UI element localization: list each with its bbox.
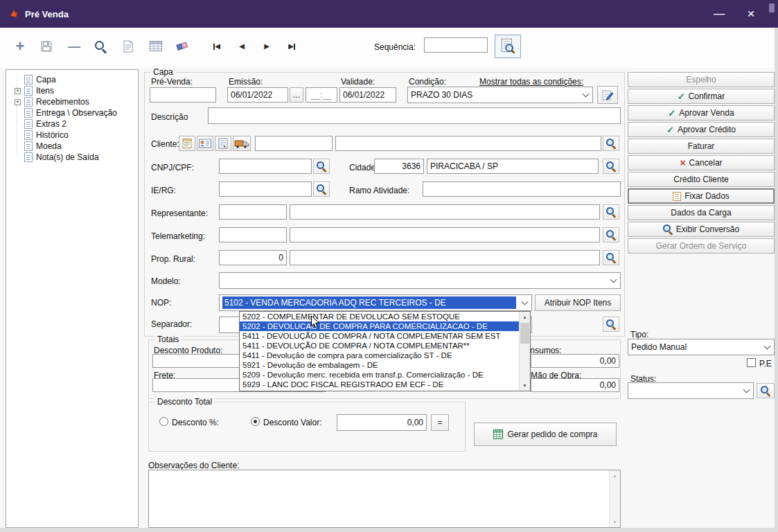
cnpj-cpf-input[interactable] xyxy=(219,159,312,174)
cancelar-button[interactable]: × Cancelar xyxy=(628,155,775,170)
expand-icon[interactable]: + xyxy=(15,99,21,105)
mao-de-obra-input[interactable] xyxy=(531,378,619,392)
aprovar-venda-button[interactable]: ✓ Aprovar Venda xyxy=(628,105,775,121)
nav-previous-button[interactable]: ◀ xyxy=(231,36,252,57)
prop-rural-search-button[interactable] xyxy=(603,250,619,265)
representante-name-input[interactable] xyxy=(290,204,600,220)
cliente-name-input[interactable] xyxy=(335,136,601,151)
save-button[interactable] xyxy=(36,36,57,57)
nav-next-button[interactable]: ▶ xyxy=(256,36,277,57)
emissao-input[interactable] xyxy=(227,87,288,103)
scrollbar-thumb[interactable] xyxy=(520,323,529,344)
observacoes-scrollbar[interactable]: ▲ ▼ xyxy=(609,470,620,527)
scroll-down-icon[interactable]: ▼ xyxy=(610,517,620,527)
cliente-code-input[interactable] xyxy=(255,136,333,151)
expand-icon[interactable]: + xyxy=(15,88,21,94)
cidade-code-input[interactable] xyxy=(374,159,424,174)
desconto-percent-radio[interactable] xyxy=(159,417,168,426)
aprovar-credito-button[interactable]: ✓ Aprovar Crédito xyxy=(628,122,775,137)
sidebar-item-capa[interactable]: Capa xyxy=(13,74,56,85)
insumos-input[interactable] xyxy=(531,354,619,368)
sidebar-item-moeda[interactable]: Moeda xyxy=(13,141,62,152)
new-record-button[interactable]: + xyxy=(10,36,30,57)
confirmar-button[interactable]: ✓ Confirmar xyxy=(628,89,775,104)
cnpj-search-button[interactable] xyxy=(313,159,330,174)
prop-rural-code-input[interactable] xyxy=(219,250,287,265)
credito-cliente-button[interactable]: Crédito Cliente xyxy=(628,172,775,187)
sidebar-item-notas-de-saida[interactable]: Nota(s) de Saída xyxy=(13,152,99,163)
dropdown-scrollbar[interactable]: ▲ ▼ xyxy=(519,312,530,391)
condicao-combobox[interactable]: PRAZO 30 DIAS xyxy=(407,87,593,103)
nop-dropdown-item[interactable]: 5411 - DEVOLUÇÃO DE COMPRA / NOTA COMPLE… xyxy=(240,341,519,351)
faturar-button[interactable]: Faturar xyxy=(628,139,775,154)
desconto-valor-input[interactable] xyxy=(337,414,427,431)
tipo-combobox[interactable]: Pedido Manual xyxy=(628,339,775,355)
modelo-combobox[interactable] xyxy=(219,272,621,289)
scroll-down-icon[interactable]: ▼ xyxy=(520,380,530,391)
espelho-button[interactable]: Espelho xyxy=(628,72,775,87)
nav-first-button[interactable]: ◀ xyxy=(206,36,227,57)
edit-condicao-button[interactable] xyxy=(597,86,618,104)
minimize-button[interactable]: — xyxy=(704,0,734,28)
advanced-search-button[interactable] xyxy=(495,35,521,58)
ramo-atividade-input[interactable] xyxy=(423,181,621,197)
sequencia-input[interactable] xyxy=(424,37,488,53)
chevron-down-icon[interactable] xyxy=(579,87,592,103)
status-search-button[interactable] xyxy=(757,383,775,398)
cliente-delivery-button[interactable] xyxy=(233,136,251,151)
representante-code-input[interactable] xyxy=(219,204,287,220)
chevron-down-icon[interactable] xyxy=(607,273,620,288)
nop-combobox[interactable]: 5102 - VENDA MERCADORIA ADQ REC TERCEIRO… xyxy=(219,294,532,311)
nop-dropdown-item[interactable]: 5202 - DEVOLUCAO DE COMPRA PARA COMERCIA… xyxy=(240,321,519,331)
chevron-down-icon[interactable] xyxy=(518,295,531,310)
calculate-equals-button[interactable]: = xyxy=(431,414,449,431)
grid-view-button[interactable] xyxy=(145,36,166,57)
validade-input[interactable] xyxy=(339,87,396,103)
close-button[interactable]: × xyxy=(736,0,766,28)
cliente-properties-button[interactable] xyxy=(215,136,231,151)
observacoes-textarea[interactable] xyxy=(148,470,621,528)
ie-search-button[interactable] xyxy=(313,181,330,197)
nop-dropdown-item[interactable]: 5921 - Devolução de embalagem - DE xyxy=(240,360,519,370)
separador-search-button[interactable] xyxy=(603,317,619,332)
atribuir-nop-itens-button[interactable]: Atribuir NOP Itens xyxy=(535,294,621,311)
scroll-up-icon[interactable]: ▲ xyxy=(610,470,620,481)
scroll-up-icon[interactable]: ▲ xyxy=(520,312,530,322)
sidebar-item-extras-2[interactable]: Extras 2 xyxy=(13,118,67,130)
telemarketing-name-input[interactable] xyxy=(290,227,600,242)
sidebar-item-historico[interactable]: Histórico xyxy=(13,130,69,141)
desconto-valor-radio[interactable] xyxy=(251,417,260,426)
report-button[interactable] xyxy=(118,36,139,57)
emissao-browse-button[interactable]: ... xyxy=(290,87,303,103)
cidade-name-input[interactable] xyxy=(427,159,599,174)
nop-dropdown-item[interactable]: 5202 - COMPLEMENTAR DE DEVOLUCAO SEM EST… xyxy=(240,312,519,321)
sidebar-item-recebimentos[interactable]: + Recebimentos xyxy=(13,96,89,107)
emissao-time-input[interactable] xyxy=(306,87,337,103)
cidade-search-button[interactable] xyxy=(603,159,619,174)
search-button[interactable] xyxy=(90,36,111,57)
pre-venda-input[interactable] xyxy=(150,87,216,103)
exibir-conversao-button[interactable]: Exibir Conversão xyxy=(628,222,775,237)
nop-dropdown-item[interactable]: 5411 - DEVOLUÇÃO DE COMPRA / NOTA COMPLE… xyxy=(240,331,519,341)
prop-rural-name-input[interactable] xyxy=(290,250,600,265)
sidebar-item-entrega-observacao[interactable]: Entrega \ Observação xyxy=(13,107,117,118)
telemarketing-code-input[interactable] xyxy=(219,227,287,242)
delete-record-button[interactable]: — xyxy=(64,36,85,57)
pe-checkbox[interactable] xyxy=(747,358,756,367)
status-combobox[interactable] xyxy=(628,382,754,399)
telemarketing-search-button[interactable] xyxy=(603,227,619,242)
cliente-contact-button[interactable] xyxy=(197,136,213,151)
ie-rg-input[interactable] xyxy=(219,181,312,197)
descricao-input[interactable] xyxy=(208,107,621,124)
nop-dropdown-item[interactable]: 5929 - LANC DOC FISCAL REGISTRADO EM ECF… xyxy=(240,380,519,389)
chevron-down-icon[interactable] xyxy=(761,339,774,355)
representante-search-button[interactable] xyxy=(603,204,619,220)
clear-button[interactable] xyxy=(172,36,193,57)
cliente-search-button[interactable] xyxy=(603,136,619,151)
nop-dropdown-item[interactable]: 5209 - Devolução merc. recebida em trans… xyxy=(240,370,519,380)
dados-da-carga-button[interactable]: Dados da Carga xyxy=(628,205,775,220)
cliente-note-button[interactable] xyxy=(179,136,195,151)
fixar-dados-button[interactable]: Fixar Dados xyxy=(628,188,775,204)
nav-last-button[interactable]: ▶ xyxy=(281,36,302,57)
nop-dropdown-item[interactable]: 5411 - Devolução de compra para comercia… xyxy=(240,351,519,360)
